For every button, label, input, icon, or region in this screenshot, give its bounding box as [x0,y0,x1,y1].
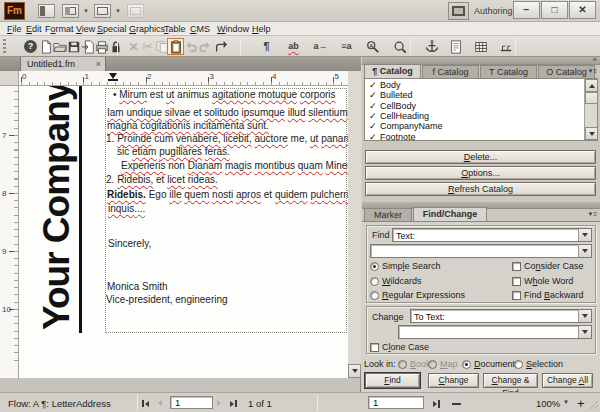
radio-wildcards[interactable] [370,277,379,286]
find-next-icon[interactable]: a→ [312,38,329,55]
close-tab-icon[interactable]: × [96,57,101,71]
first-page-button[interactable] [142,400,149,407]
change-type-select[interactable]: To Text: [410,309,592,323]
scrollbar-thumb[interactable] [585,92,598,104]
zoom-out-button[interactable] [452,403,461,405]
menu-view[interactable]: View [76,24,95,34]
check-consider-case[interactable] [512,262,521,271]
change-all-button[interactable]: Change All [542,373,593,388]
options--button[interactable]: Options... [365,166,596,180]
menu-table[interactable]: Table [164,24,186,34]
insert-footnote-icon[interactable] [447,38,464,55]
repeat-icon[interactable] [212,38,229,55]
menu-cms[interactable]: CMS [190,24,210,34]
close-button[interactable]: ✕ [569,1,596,19]
tab--catalog[interactable]: ¶ Catalog [364,64,421,78]
maximize-button[interactable]: □ [541,1,568,19]
radio-selection[interactable] [514,360,523,369]
previous-page-button[interactable] [158,400,162,406]
chevron-down-icon[interactable]: ▼ [115,8,121,14]
lock-icon[interactable] [107,38,124,55]
chevron-down-icon[interactable] [578,229,591,241]
line-number-input[interactable]: 1 [368,396,424,409]
check-whole-word[interactable] [512,277,521,286]
tab-marker[interactable]: Marker [364,208,412,221]
chevron-down-icon[interactable] [578,310,591,322]
frame-layout-icon[interactable] [94,4,111,18]
zoom-level[interactable]: 100% [536,398,560,409]
panel-toggle-icon[interactable] [38,4,55,18]
label-map: Map [440,359,458,369]
insert-table-icon[interactable] [472,38,489,55]
catalog-scrollbar[interactable] [584,79,597,140]
find-text-input[interactable] [370,244,592,258]
scroll-down-button[interactable] [348,364,361,378]
check-find-backward[interactable] [512,291,521,300]
panel-menu-icon[interactable]: ▼≡ [588,211,597,217]
tab-t-catalog[interactable]: T Catalog [480,65,537,78]
spelling-checker-icon[interactable]: ab [285,38,302,55]
chevron-down-icon[interactable]: ▼ [83,8,89,14]
catalog-item-companyname[interactable]: ✓CompanyName [369,121,443,131]
change-find-button[interactable]: Change & Find [483,373,538,388]
change-text-input[interactable] [398,325,592,339]
resize-grip[interactable] [590,400,599,412]
radio-simple-search[interactable] [370,262,379,271]
workspace-switcher-icon[interactable] [448,2,469,20]
horizontal-ruler: 012345 [19,71,348,86]
paragraph-tags-icon[interactable]: ¶ [258,38,275,55]
chevron-down-icon[interactable] [578,245,591,257]
menu-special[interactable]: Special [97,24,127,34]
vertical-scrollbar[interactable] [348,71,361,378]
text-symbols-toggle-icon[interactable] [433,400,440,408]
menu-window[interactable]: Window [217,24,249,34]
anchored-frame-icon[interactable] [423,38,440,55]
zoom-dropdown-icon[interactable]: ▼ [563,399,569,405]
panel-menu-icon[interactable]: ▼≡ [588,68,597,74]
find-type-select[interactable]: Text: [392,228,592,242]
catalog-item-cellheading[interactable]: ✓CellHeading [369,111,429,121]
minimize-button[interactable]: − [513,1,540,19]
menu-help[interactable]: Help [252,24,271,34]
menu-file[interactable]: File [7,24,22,34]
next-page-button[interactable] [217,400,221,406]
delete--button[interactable]: Delete... [365,150,596,164]
scroll-down-button[interactable] [585,127,598,140]
catalog-item-footnote[interactable]: ✓Footnote [369,132,416,142]
page[interactable]: Your Company • Mirum est ut animus agita… [19,86,348,378]
tab-f-catalog[interactable]: f Catalog [422,65,479,78]
menu-edit[interactable]: Edit [26,24,42,34]
refresh-catalog-button[interactable]: Refresh Catalog [365,182,596,196]
change-button[interactable]: Change [428,373,479,388]
tab-find-change[interactable]: Find/Change [413,207,487,221]
tab-o-catalog[interactable]: O Catalog [538,65,595,78]
menu-graphics[interactable]: Graphics [129,24,165,34]
workspace-layout-icon[interactable] [62,4,79,18]
collapse-panel-icon[interactable]: » [593,55,596,64]
check-clone-case[interactable] [370,343,379,352]
radio-document[interactable] [462,360,471,369]
catalog-item-body[interactable]: ✓Body [369,80,401,90]
menu-format[interactable]: Format [45,24,74,34]
scroll-up-button[interactable] [585,79,598,92]
find-change-icon[interactable]: A [364,38,381,55]
toolbar-grip[interactable] [3,39,6,54]
last-page-button[interactable] [230,400,237,407]
zoom-in-button[interactable]: + [577,396,585,411]
document-line: Iam undique silvae et solitudo ipsumque … [107,106,348,119]
chevron-down-icon[interactable] [578,326,591,338]
radio-regular-expressions[interactable] [370,291,379,300]
toolbar: ?✕✂¶aba→≡aA [0,36,600,57]
radio-map[interactable] [428,360,437,369]
tab-settings-icon[interactable] [497,38,514,55]
redo-icon[interactable] [196,38,213,55]
indent-marker-bar[interactable] [108,79,118,81]
document-tab[interactable]: Untitled1.fm× [20,57,106,71]
radio-book[interactable] [398,360,407,369]
catalog-item-cellbody[interactable]: ✓CellBody [369,101,416,111]
find-button[interactable]: Find [365,373,420,388]
catalog-item-bulleted[interactable]: ✓Bulleted [369,90,413,100]
thesaurus-icon[interactable]: ≡a [338,38,355,55]
zoom-icon[interactable] [391,38,408,55]
page-number-input[interactable]: 1 [170,396,213,409]
